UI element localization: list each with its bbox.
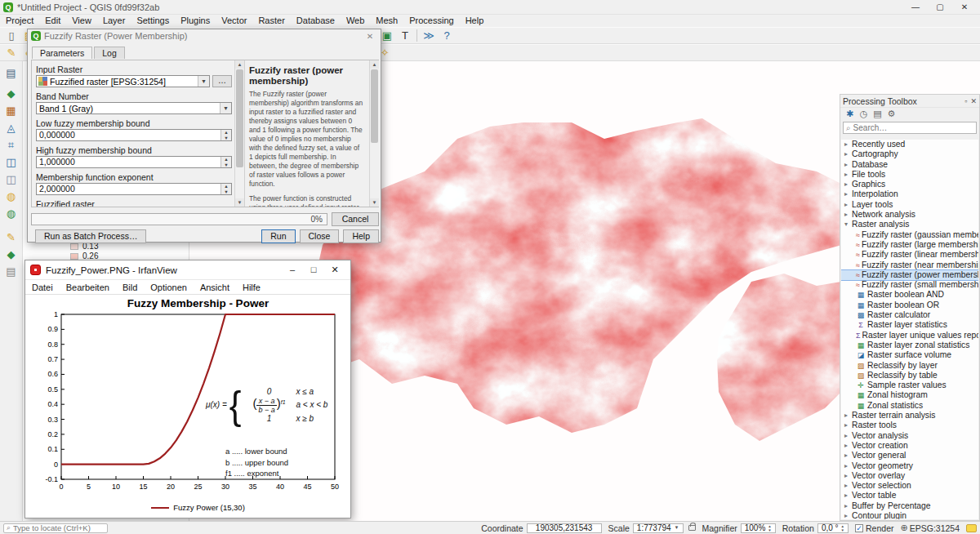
menu-view[interactable]: View (66, 15, 97, 27)
menu-raster[interactable]: Raster (252, 15, 290, 27)
toolbox-group-file-tools[interactable]: ▸File tools (841, 170, 978, 180)
text-annotation-icon[interactable]: T (397, 29, 413, 43)
chevron-right-icon[interactable]: ▸ (844, 160, 852, 170)
irfanview-menu-bearbeiten[interactable]: Bearbeiten (60, 280, 116, 294)
toolbox-item-raster-boolean-and[interactable]: ▦Raster boolean AND (841, 290, 978, 300)
toolbox-group-cartography[interactable]: ▸Cartography (841, 149, 978, 159)
toolbox-group-raster-terrain-analysis[interactable]: ▸Raster terrain analysis (841, 411, 978, 421)
toolbox-item-zonal-statistics[interactable]: ▦Zonal statistics (841, 401, 978, 411)
menu-edit[interactable]: Edit (39, 15, 66, 27)
toolbox-group-raster-tools[interactable]: ▸Raster tools (841, 421, 978, 430)
toolbox-item-raster-layer-statistics[interactable]: ΣRaster layer statistics (841, 320, 978, 330)
low-bound-spinbox[interactable]: 0,000000 ▲▼ (36, 129, 232, 141)
messages-icon[interactable] (966, 524, 977, 532)
add-vector-layer-icon[interactable]: ◆ (3, 86, 20, 101)
spin-arrows-icon[interactable]: ▲▼ (220, 130, 231, 140)
new-virtual-layer-icon[interactable]: ▤ (3, 264, 20, 279)
toolbox-item-raster-layer-zonal-statistics[interactable]: ▦Raster layer zonal statistics (841, 340, 978, 350)
toolbox-item-zonal-histogram[interactable]: ▦Zonal histogram (841, 390, 978, 400)
new-shapefile-layer-icon[interactable]: ✎ (3, 229, 20, 245)
options-icon[interactable]: ⚙ (884, 109, 898, 119)
spin-arrows-icon[interactable]: ▲▼ (220, 184, 231, 194)
data-source-manager-icon[interactable]: ▤ (3, 65, 20, 81)
menu-web[interactable]: Web (341, 15, 370, 27)
form-scrollbar[interactable]: ▲ ▼ (234, 60, 244, 207)
toolbox-group-contour-plugin[interactable]: ▸Contour plugin (841, 511, 978, 519)
results-viewer-icon[interactable]: ▤ (871, 109, 884, 119)
toolbox-group-interpolation[interactable]: ▸Interpolation (841, 189, 978, 199)
panel-close-icon[interactable]: ✕ (970, 97, 977, 105)
input-raster-browse-button[interactable]: … (212, 75, 232, 87)
toolbox-item-raster-surface-volume[interactable]: ◪Raster surface volume (841, 350, 978, 360)
minimize-button[interactable]: — (903, 1, 928, 14)
chevron-right-icon[interactable]: ▸ (844, 491, 852, 501)
render-checkbox[interactable]: ✓ (855, 524, 863, 532)
menu-layer[interactable]: Layer (97, 15, 131, 27)
maximize-button[interactable]: ▢ (928, 1, 952, 14)
maximize-button[interactable]: □ (303, 265, 324, 275)
models-icon[interactable]: ✱ (843, 109, 857, 119)
chevron-right-icon[interactable]: ▸ (844, 149, 852, 159)
search-input[interactable] (853, 123, 973, 132)
close-button[interactable]: ✕ (324, 265, 345, 275)
irfanview-titlebar[interactable]: Fuzzify_Power.PNG - IrfanView – □ ✕ (25, 260, 350, 280)
run-as-batch-button[interactable]: Run as Batch Process… (35, 229, 146, 243)
toolbox-group-raster-analysis[interactable]: ▾Raster analysis (841, 220, 978, 229)
help-button[interactable]: Help (343, 229, 379, 243)
toolbox-item-fuzzify-raster-power-membership[interactable]: ≈Fuzzify raster (power membership) (841, 270, 978, 280)
add-wms-layer-icon[interactable]: ◍ (3, 189, 20, 204)
add-postgis-layer-icon[interactable]: ◫ (3, 154, 20, 170)
close-button[interactable]: ✕ (952, 1, 977, 14)
toolbox-group-recently-used[interactable]: ▸Recently used (841, 140, 978, 149)
toolbox-item-fuzzify-raster-gaussian-membership[interactable]: ≈Fuzzify raster (gaussian membership) (841, 230, 978, 240)
chevron-right-icon[interactable]: ▸ (844, 511, 852, 519)
chevron-right-icon[interactable]: ▸ (844, 431, 852, 441)
toolbox-group-vector-overlay[interactable]: ▸Vector overlay (841, 471, 978, 481)
locate-input[interactable] (13, 523, 121, 532)
help-scrollbar[interactable]: ▲ ▼ (369, 60, 379, 207)
history-icon[interactable]: ◷ (857, 109, 871, 119)
tab-parameters[interactable]: Parameters (32, 47, 92, 59)
toolbox-item-raster-layer-unique-values-report[interactable]: ΣRaster layer unique values report (841, 331, 978, 340)
toolbox-group-vector-analysis[interactable]: ▸Vector analysis (841, 431, 978, 441)
new-project-icon[interactable]: ▯ (3, 29, 20, 43)
scroll-up-icon[interactable]: ▲ (370, 60, 379, 69)
lock-icon[interactable] (688, 525, 696, 531)
menu-plugins[interactable]: Plugins (175, 15, 216, 27)
chevron-right-icon[interactable]: ▸ (844, 200, 852, 210)
chevron-right-icon[interactable]: ▸ (844, 421, 852, 430)
tab-log[interactable]: Log (94, 47, 125, 59)
scroll-down-icon[interactable]: ▼ (235, 198, 244, 207)
toolbox-group-vector-creation[interactable]: ▸Vector creation (841, 441, 978, 451)
add-spatialite-layer-icon[interactable]: ◫ (3, 171, 20, 187)
cancel-button[interactable]: Cancel (332, 212, 379, 226)
toolbox-group-vector-table[interactable]: ▸Vector table (841, 491, 978, 501)
toolbox-group-layer-tools[interactable]: ▸Layer tools (841, 200, 978, 210)
irfanview-menu-ansicht[interactable]: Ansicht (194, 280, 236, 294)
chevron-right-icon[interactable]: ▸ (844, 180, 852, 189)
toolbox-group-buffer-by-percentage[interactable]: ▸Buffer by Percentage (841, 501, 978, 511)
toolbox-group-network-analysis[interactable]: ▸Network analysis (841, 210, 978, 220)
toolbox-group-vector-geometry[interactable]: ▸Vector geometry (841, 461, 978, 471)
menu-mesh[interactable]: Mesh (370, 15, 403, 27)
menu-processing[interactable]: Processing (403, 15, 459, 27)
new-geopackage-layer-icon[interactable]: ◆ (3, 247, 20, 262)
chevron-right-icon[interactable]: ▸ (844, 481, 852, 491)
current-edits-icon[interactable]: ✎ (3, 46, 20, 60)
rotation-spinbox[interactable]: 0,0 °▲▼ (817, 523, 849, 533)
chevron-down-icon[interactable]: ▾ (844, 220, 852, 229)
chevron-right-icon[interactable]: ▸ (844, 441, 852, 451)
scroll-up-icon[interactable]: ▲ (235, 60, 244, 69)
toolbox-item-raster-calculator[interactable]: ▩Raster calculator (841, 310, 978, 320)
python-console-icon[interactable]: ≫ (421, 29, 437, 43)
toolbox-item-sample-raster-values[interactable]: ✛Sample raster values (841, 380, 978, 390)
toolbox-group-vector-selection[interactable]: ▸Vector selection (841, 481, 978, 491)
irfanview-menu-optionen[interactable]: Optionen (144, 280, 194, 294)
toolbox-item-fuzzify-raster-small-membership[interactable]: ≈Fuzzify raster (small membership) (841, 280, 978, 290)
coordinate-field[interactable]: 190305,231543 (527, 523, 602, 533)
chevron-right-icon[interactable]: ▸ (844, 140, 852, 149)
toolbox-group-database[interactable]: ▸Database (841, 160, 978, 170)
chevron-right-icon[interactable]: ▸ (844, 461, 852, 471)
band-number-combo[interactable]: Band 1 (Gray) ▼ (36, 102, 232, 114)
scale-combo[interactable]: 1:773794▼ (633, 523, 684, 533)
